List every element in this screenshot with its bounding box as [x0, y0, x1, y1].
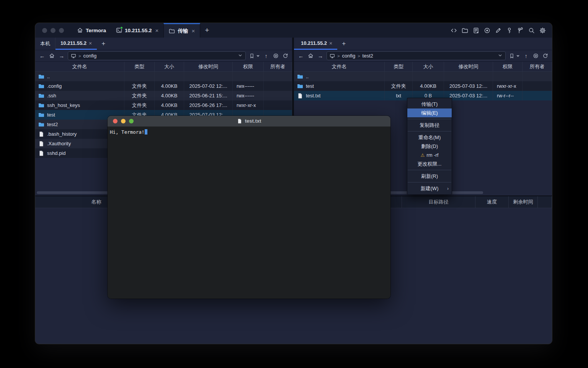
- new-panel-tab-button[interactable]: +: [97, 38, 110, 50]
- home-icon: [77, 27, 83, 33]
- record-icon[interactable]: [483, 27, 490, 34]
- close-window-button[interactable]: [42, 28, 47, 33]
- chevron-down-icon[interactable]: [238, 53, 243, 59]
- new-tab-button[interactable]: +: [200, 23, 214, 38]
- minimize-window-button[interactable]: [121, 119, 126, 123]
- transfer-col-extra[interactable]: [538, 196, 552, 208]
- tab-local[interactable]: 本机: [35, 38, 56, 50]
- table-row[interactable]: ..: [294, 72, 552, 81]
- refresh-icon[interactable]: [542, 53, 549, 59]
- menu-item-edit[interactable]: 编辑(E): [407, 108, 452, 117]
- transfer-col-remaining[interactable]: 剩余时间: [509, 196, 538, 208]
- right-panel-tabbar: 10.211.55.2 × +: [294, 38, 552, 50]
- folder-icon: [297, 83, 303, 89]
- log-icon[interactable]: [472, 27, 479, 34]
- editor-content[interactable]: Hi, Termora!: [108, 127, 390, 299]
- left-panel-tabbar: 本机 10.211.55.2 × +: [35, 38, 292, 50]
- refresh-icon[interactable]: [282, 53, 289, 59]
- bookmark-dropdown-icon[interactable]: [516, 55, 520, 57]
- minimize-window-button[interactable]: [51, 28, 56, 33]
- menu-item-new[interactable]: 新建(W)›: [407, 184, 452, 193]
- zoom-window-button[interactable]: [129, 119, 134, 123]
- tab-ssh-session[interactable]: 10.211.55.2 ×: [111, 23, 163, 38]
- edit-icon[interactable]: [495, 27, 501, 34]
- close-tab-icon[interactable]: ×: [89, 40, 92, 46]
- home-button[interactable]: [307, 53, 314, 59]
- key-icon[interactable]: [506, 27, 513, 34]
- menu-item-transfer[interactable]: 传输(T): [407, 100, 452, 108]
- table-header[interactable]: 文件名 类型 大小 修改时间 权限 所有者: [35, 62, 292, 72]
- chevron-down-icon[interactable]: [498, 53, 503, 59]
- path-segment[interactable]: config: [83, 53, 96, 59]
- settings-icon[interactable]: [539, 27, 546, 34]
- path-field[interactable]: > config > test2: [327, 51, 506, 60]
- editor-title-bar[interactable]: test.txt: [108, 116, 390, 127]
- table-row[interactable]: test 文件夹4.00KB2025-07-03 12:...rwxr-xr-x: [294, 81, 552, 91]
- path-separator: >: [78, 54, 81, 58]
- computer-icon: [71, 53, 76, 59]
- menu-item-delete[interactable]: 删除(D): [407, 142, 452, 151]
- menu-separator: [408, 131, 451, 131]
- tab-remote-10-211-55-2[interactable]: 10.211.55.2 ×: [56, 38, 97, 50]
- menu-item-change-permissions[interactable]: 更改权限...: [407, 159, 452, 168]
- file-icon: [38, 150, 44, 156]
- path-segment[interactable]: test2: [363, 53, 373, 59]
- menu-item-copy-path[interactable]: 复制路径: [407, 121, 452, 130]
- forward-button[interactable]: →: [58, 53, 65, 59]
- editor-text: Hi, Termora!: [110, 129, 144, 135]
- path-field[interactable]: > config: [68, 51, 246, 60]
- close-tab-icon[interactable]: ×: [329, 40, 332, 46]
- window-controls[interactable]: [35, 23, 69, 38]
- table-header[interactable]: 文件名 类型 大小 修改时间 权限 所有者: [294, 62, 552, 72]
- back-button[interactable]: ←: [38, 53, 46, 59]
- path-segment[interactable]: config: [342, 53, 355, 59]
- bookmark-dropdown-icon[interactable]: [256, 55, 260, 57]
- new-panel-tab-button[interactable]: +: [337, 38, 350, 50]
- table-row[interactable]: ..: [35, 72, 292, 81]
- table-row[interactable]: .config 文件夹4.00KB2025-07-02 12:...rwx---…: [35, 81, 292, 91]
- bookmark-icon[interactable]: [508, 53, 515, 59]
- menu-item-refresh[interactable]: 刷新(R): [407, 172, 452, 181]
- toolbar: [450, 23, 552, 38]
- file-icon: [237, 118, 243, 125]
- show-hidden-icon[interactable]: [532, 53, 539, 59]
- folder-icon: [297, 74, 303, 80]
- menu-item-rm-rf[interactable]: ⚠rm -rf: [407, 151, 452, 159]
- forward-button[interactable]: →: [317, 53, 324, 59]
- tab-label: Termora: [86, 28, 106, 33]
- folder-icon: [38, 102, 44, 108]
- close-tab-icon[interactable]: ×: [155, 27, 159, 34]
- menu-separator: [408, 119, 451, 119]
- folder-icon: [38, 83, 44, 89]
- home-button[interactable]: [48, 53, 56, 59]
- folder-icon: [38, 122, 44, 128]
- terminal-icon: [116, 27, 122, 33]
- upload-button[interactable]: ↑: [262, 53, 270, 59]
- editor-window: test.txt Hi, Termora!: [108, 116, 390, 299]
- transfer-col-target[interactable]: 目标路径: [402, 196, 475, 208]
- bookmark-icon[interactable]: [248, 53, 255, 59]
- table-row[interactable]: ssh_host_keys 文件夹4.00KB2025-06-26 17:...…: [35, 100, 292, 110]
- show-hidden-icon[interactable]: [272, 53, 279, 59]
- keychain-icon[interactable]: [517, 27, 524, 34]
- tab-home[interactable]: Termora: [69, 23, 111, 38]
- file-icon: [38, 141, 44, 147]
- folder-icon: [169, 28, 175, 34]
- tab-remote-10-211-55-2[interactable]: 10.211.55.2 ×: [294, 38, 337, 50]
- close-window-button[interactable]: [113, 119, 118, 123]
- code-icon[interactable]: [450, 27, 457, 34]
- folder-icon: [38, 112, 44, 118]
- tab-transfer[interactable]: 传输 ×: [163, 23, 200, 38]
- zoom-window-button[interactable]: [59, 28, 64, 33]
- search-icon[interactable]: [528, 27, 535, 34]
- right-file-table: 文件名 类型 大小 修改时间 权限 所有者 .. test 文件夹4.00KB2…: [294, 62, 552, 100]
- menu-item-rename[interactable]: 重命名(M): [407, 133, 452, 142]
- editor-window-controls[interactable]: [108, 119, 134, 123]
- table-row[interactable]: .ssh 文件夹4.00KB2025-06-21 15:...rwx------: [35, 91, 292, 100]
- transfer-col-speed[interactable]: 速度: [475, 196, 509, 208]
- upload-button[interactable]: ↑: [522, 53, 530, 59]
- menu-separator: [408, 182, 451, 182]
- folder-icon[interactable]: [461, 27, 468, 34]
- back-button[interactable]: ←: [297, 53, 305, 59]
- close-tab-icon[interactable]: ×: [191, 28, 195, 34]
